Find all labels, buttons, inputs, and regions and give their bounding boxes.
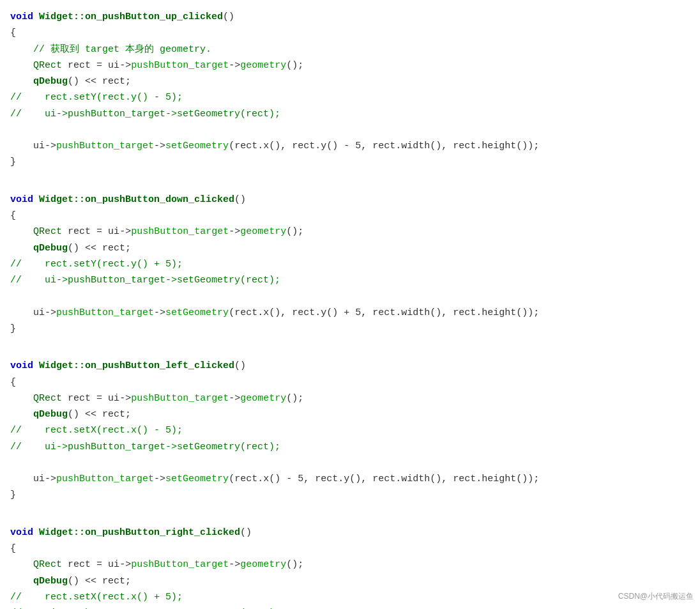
line: QRect rect = ui->pushButton_target->geom… xyxy=(0,224,700,240)
line: qDebug() << rect; xyxy=(0,573,700,589)
line: qDebug() << rect; xyxy=(0,240,700,256)
empty-line xyxy=(0,173,700,189)
code-line: } xyxy=(0,488,16,502)
line: } xyxy=(0,321,700,337)
line: { xyxy=(0,25,700,41)
code-line: ui->pushButton_target->setGeometry(rect.… xyxy=(0,139,539,153)
code-line: // rect.setY(rect.y() + 5); xyxy=(0,257,183,272)
code-line: } xyxy=(0,321,16,336)
code-line: { xyxy=(0,541,16,556)
line: // rect.setX(rect.x() - 5); xyxy=(0,422,700,438)
line: // rect.setX(rect.x() + 5); xyxy=(0,589,700,605)
line: // rect.setY(rect.y() - 5); xyxy=(0,89,700,105)
empty-line xyxy=(0,339,700,355)
code-line: QRect rect = ui->pushButton_target->geom… xyxy=(0,224,303,239)
function-block-4: void Widget::on_pushButton_right_clicked… xyxy=(0,522,700,609)
code-line: { xyxy=(0,375,16,390)
code-line: QRect rect = ui->pushButton_target->geom… xyxy=(0,391,303,406)
line: ui->pushButton_target->setGeometry(rect.… xyxy=(0,471,700,487)
line: void Widget::on_pushButton_up_clicked() xyxy=(0,9,700,25)
code-line: // rect.setY(rect.y() - 5); xyxy=(0,90,183,105)
code-line: ui->pushButton_target->setGeometry(rect.… xyxy=(0,305,539,320)
line: // ui->pushButton_target->setGeometry(re… xyxy=(0,106,700,122)
code-line: // ui->pushButton_target->setGeometry(re… xyxy=(0,440,280,454)
code-line: // ui->pushButton_target->setGeometry(re… xyxy=(0,273,280,288)
line: ui->pushButton_target->setGeometry(rect.… xyxy=(0,138,700,154)
code-line: qDebug() << rect; xyxy=(0,241,131,256)
line: { xyxy=(0,374,700,390)
line: qDebug() << rect; xyxy=(0,73,700,89)
line: // 获取到 target 本身的 geometry. xyxy=(0,42,700,58)
function-block-1: void Widget::on_pushButton_up_clicked() … xyxy=(0,6,700,173)
code-line: qDebug() << rect; xyxy=(0,74,131,89)
line: } xyxy=(0,487,700,503)
function-block-3: void Widget::on_pushButton_left_clicked(… xyxy=(0,355,700,505)
code-line: void Widget::on_pushButton_up_clicked() xyxy=(0,10,234,24)
code-line: ui->pushButton_target->setGeometry(rect.… xyxy=(0,472,539,486)
code-line xyxy=(0,123,16,137)
code-line: qDebug() << rect; xyxy=(0,574,131,589)
code-line: QRect rect = ui->pushButton_target->geom… xyxy=(0,58,303,73)
code-line: // rect.setX(rect.x() + 5); xyxy=(0,590,183,605)
code-line: // ui->pushButton_target->setGeometry(re… xyxy=(0,107,280,121)
line: qDebug() << rect; xyxy=(0,406,700,422)
code-line: // ui->pushButton_target->setGeometry(re… xyxy=(0,606,280,609)
line: { xyxy=(0,541,700,557)
line: QRect rect = ui->pushButton_target->geom… xyxy=(0,390,700,406)
code-line: QRect rect = ui->pushButton_target->geom… xyxy=(0,557,303,572)
code-line: { xyxy=(0,208,16,223)
empty-line xyxy=(0,122,700,138)
line: // ui->pushButton_target->setGeometry(re… xyxy=(0,272,700,288)
line: // ui->pushButton_target->setGeometry(re… xyxy=(0,605,700,609)
code-editor: void Widget::on_pushButton_up_clicked() … xyxy=(0,0,700,609)
code-line: // rect.setX(rect.x() - 5); xyxy=(0,423,183,438)
code-line: void Widget::on_pushButton_down_clicked(… xyxy=(0,192,246,207)
line: ui->pushButton_target->setGeometry(rect.… xyxy=(0,305,700,321)
line: void Widget::on_pushButton_down_clicked(… xyxy=(0,192,700,208)
line: // ui->pushButton_target->setGeometry(re… xyxy=(0,439,700,455)
line: // rect.setY(rect.y() + 5); xyxy=(0,256,700,272)
empty-line xyxy=(0,506,700,522)
watermark: CSDN@小代码搬运鱼 xyxy=(618,590,694,603)
code-line: void Widget::on_pushButton_right_clicked… xyxy=(0,525,252,540)
function-block-2: void Widget::on_pushButton_down_clicked(… xyxy=(0,189,700,339)
code-line: void Widget::on_pushButton_left_clicked(… xyxy=(0,358,246,373)
line: void Widget::on_pushButton_left_clicked(… xyxy=(0,358,700,374)
code-line: qDebug() << rect; xyxy=(0,407,131,422)
code-line: } xyxy=(0,155,16,169)
line: { xyxy=(0,208,700,224)
empty-line xyxy=(0,455,700,471)
line: } xyxy=(0,154,700,170)
line: QRect rect = ui->pushButton_target->geom… xyxy=(0,58,700,73)
code-line: { xyxy=(0,26,16,40)
line: void Widget::on_pushButton_right_clicked… xyxy=(0,525,700,541)
empty-line xyxy=(0,288,700,304)
line: QRect rect = ui->pushButton_target->geom… xyxy=(0,557,700,573)
code-line: // 获取到 target 本身的 geometry. xyxy=(0,42,211,57)
